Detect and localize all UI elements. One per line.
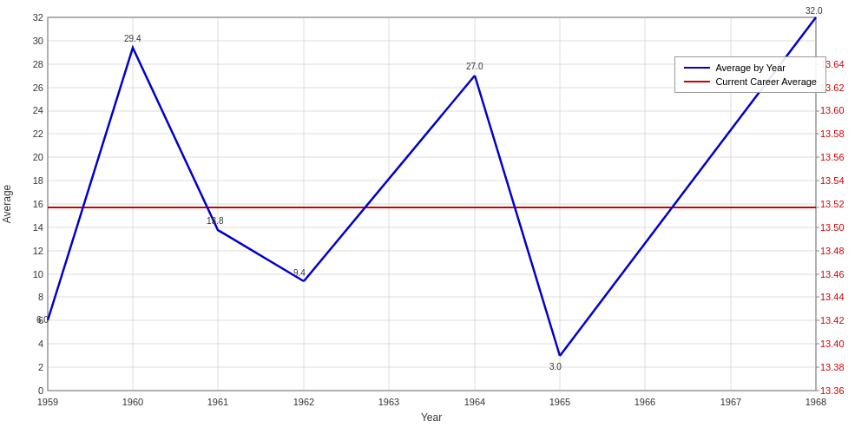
legend-label-career: Current Career Average: [715, 76, 817, 87]
label-1965: 3.0: [549, 362, 562, 372]
svg-text:1962: 1962: [293, 397, 314, 407]
svg-text:13.52: 13.52: [820, 199, 845, 209]
svg-text:8: 8: [38, 292, 43, 302]
legend-line-blue: [684, 67, 710, 69]
svg-text:26: 26: [33, 82, 43, 93]
svg-text:10: 10: [33, 269, 43, 279]
label-1961: 13.8: [207, 216, 224, 226]
legend-item-year: Average by Year: [684, 62, 817, 73]
svg-text:32: 32: [33, 12, 43, 23]
svg-text:14: 14: [33, 222, 43, 233]
y-left-labels: 0 2 4 6 8 10 12 14 16 18 20 22 24 26 28 …: [33, 12, 43, 396]
label-1960: 29.4: [124, 34, 141, 43]
y-right-labels: 13.36 13.38 13.40 13.42 13.44 13.46 13.4…: [820, 59, 845, 396]
chart-container: 0 2 4 6 8 10 12 14 16 18 20 22 24 26 28 …: [0, 0, 868, 434]
svg-text:22: 22: [33, 128, 43, 139]
svg-text:13.58: 13.58: [820, 128, 845, 139]
label-1962: 9.4: [293, 268, 306, 278]
svg-text:13.48: 13.48: [820, 246, 845, 256]
svg-text:1966: 1966: [635, 397, 655, 407]
svg-text:30: 30: [33, 36, 43, 46]
legend-line-red: [684, 81, 710, 82]
svg-text:1965: 1965: [549, 397, 570, 407]
svg-text:20: 20: [33, 152, 43, 162]
svg-text:12: 12: [33, 246, 43, 256]
svg-text:24: 24: [33, 105, 43, 115]
svg-text:1963: 1963: [378, 397, 399, 407]
svg-text:4: 4: [38, 339, 43, 349]
svg-text:13.36: 13.36: [820, 385, 845, 396]
svg-text:13.54: 13.54: [820, 175, 845, 186]
svg-text:1959: 1959: [37, 397, 58, 407]
svg-text:16: 16: [33, 199, 43, 209]
y-left-title: Average: [1, 184, 13, 223]
legend-item-career: Current Career Average: [684, 76, 817, 87]
svg-text:1961: 1961: [207, 397, 228, 407]
svg-text:28: 28: [33, 59, 43, 69]
svg-text:1968: 1968: [806, 397, 826, 407]
right-axis-ticks: [816, 64, 819, 391]
svg-text:13.42: 13.42: [820, 315, 845, 326]
svg-text:1964: 1964: [464, 397, 485, 407]
svg-text:2: 2: [38, 362, 43, 372]
legend-box: Average by Year Current Career Average: [674, 56, 826, 93]
label-1959: 6.0: [36, 315, 49, 325]
label-1964: 27.0: [466, 62, 483, 71]
svg-text:13.44: 13.44: [820, 292, 845, 302]
svg-text:13.56: 13.56: [820, 152, 845, 162]
svg-text:1967: 1967: [720, 397, 741, 407]
svg-text:13.50: 13.50: [820, 222, 845, 233]
label-1968: 32.0: [806, 6, 823, 16]
svg-text:18: 18: [33, 175, 43, 186]
x-axis-labels: 1959 1960 1961 1962 1963 1964 1965 1966 …: [37, 397, 826, 407]
svg-text:0: 0: [38, 385, 43, 396]
svg-text:13.46: 13.46: [820, 269, 845, 279]
legend-label-year: Average by Year: [715, 62, 786, 73]
svg-text:13.40: 13.40: [820, 339, 845, 349]
x-axis-title: Year: [421, 411, 442, 424]
svg-text:13.38: 13.38: [820, 362, 845, 372]
svg-text:13.60: 13.60: [820, 105, 845, 115]
svg-text:1960: 1960: [122, 397, 143, 407]
